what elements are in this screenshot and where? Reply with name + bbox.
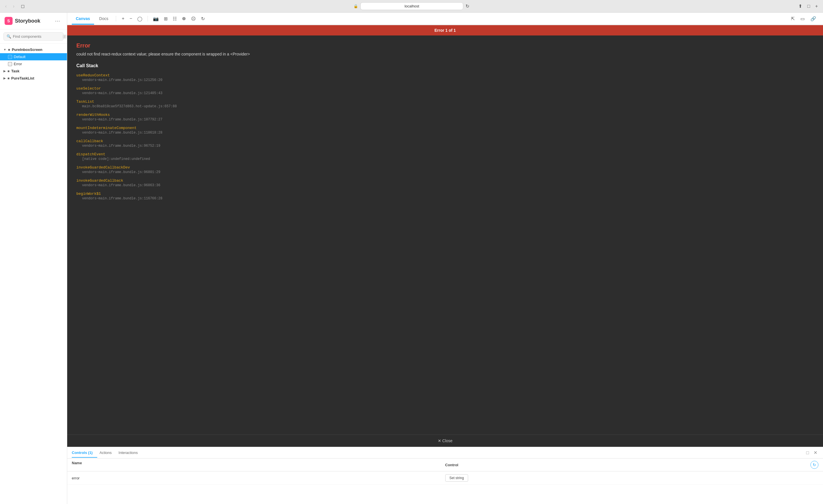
stack-frame-8: invokeGuardedCallback vendors~main.ifram… xyxy=(76,178,814,187)
split-view-button[interactable]: □ xyxy=(806,2,812,10)
toolbar: Canvas Docs + − ◯ 📷 ⊞ ☷ ☸ ☹ ↻ ⇱ ▭ 🔗 xyxy=(67,13,823,25)
stack-loc-5: vendors~main.iframe.bundle.js:96752:19 xyxy=(76,144,814,148)
layout-panel-button[interactable]: ☹ xyxy=(189,14,198,23)
refresh-button[interactable]: ↻ xyxy=(466,3,469,9)
story-icon-error: □ xyxy=(8,62,12,66)
layout-grid-button[interactable]: ⊞ xyxy=(162,14,170,23)
sidebar-item-pureinboxscreen[interactable]: ▼ ■ PureInboxScreen xyxy=(0,46,67,53)
back-button[interactable]: ‹ xyxy=(3,3,8,10)
stack-fn-5: callCallback xyxy=(76,139,103,143)
copy-link-button[interactable]: 🔗 xyxy=(808,14,818,23)
set-string-button[interactable]: Set string xyxy=(445,474,468,482)
stack-loc-1: vendors~main.iframe.bundle.js:121405:43 xyxy=(76,91,814,95)
stack-frame-3: renderWithHooks vendors~main.iframe.bund… xyxy=(76,112,814,122)
stack-fn-0: useReduxContext xyxy=(76,73,110,77)
canvas-area: Error 1 of 1 Error could not find react-… xyxy=(67,25,823,447)
close-error-button[interactable]: ✕ Close xyxy=(438,439,453,443)
url-input[interactable] xyxy=(360,2,463,10)
tree-group-label-ptl: PureTaskList xyxy=(11,76,34,80)
stack-loc-6: [native code]:undefined:undefined xyxy=(76,157,814,161)
tab-overview-button[interactable]: ◻ xyxy=(19,2,26,10)
stack-fn-3: renderWithHooks xyxy=(76,113,110,117)
add-tab-button[interactable]: + xyxy=(814,2,820,10)
controls-header: Name Control ↻ xyxy=(67,459,823,471)
stack-frame-9: beginWork$1 vendors~main.iframe.bundle.j… xyxy=(76,191,814,200)
bottom-tabs: Controls (1) Actions Interactions □ ✕ xyxy=(67,447,823,459)
zoom-reset-button[interactable]: ◯ xyxy=(135,14,145,23)
stack-loc-7: vendors~main.iframe.bundle.js:96801:29 xyxy=(76,170,814,174)
tab-actions[interactable]: Actions xyxy=(100,448,116,458)
sidebar-item-task[interactable]: ▶ ■ Task xyxy=(0,67,67,75)
story-icon-default: □ xyxy=(8,55,12,59)
close-panel-button[interactable]: ✕ xyxy=(812,449,818,456)
search-container: 🔍 / xyxy=(0,29,67,44)
stack-frame-7: invokeGuardedCallbackDev vendors~main.if… xyxy=(76,164,814,174)
tab-canvas[interactable]: Canvas xyxy=(72,13,94,25)
search-input[interactable] xyxy=(13,34,61,39)
refresh-story-button[interactable]: ↻ xyxy=(199,14,207,23)
tab-interactions[interactable]: Interactions xyxy=(119,448,142,458)
expand-icon-ptl: ▶ xyxy=(3,77,6,80)
stack-loc-8: vendors~main.iframe.bundle.js:96863:36 xyxy=(76,183,814,187)
address-bar: 🔒 ↻ xyxy=(29,2,794,10)
security-icon: 🔒 xyxy=(353,4,358,8)
expand-icon-task: ▶ xyxy=(3,69,6,73)
sidebar-item-default[interactable]: □ Default xyxy=(0,53,67,60)
stack-loc-4: vendors~main.iframe.bundle.js:110618:28 xyxy=(76,131,814,135)
sidebar: S Storybook ⋯ 🔍 / ▼ ■ PureInboxScreen □ … xyxy=(0,13,67,504)
layout-list-button[interactable]: ☷ xyxy=(170,14,179,23)
stack-fn-2: TaskList xyxy=(76,100,94,104)
sidebar-item-puretasklist[interactable]: ▶ ■ PureTaskList xyxy=(0,75,67,82)
toolbar-divider-2 xyxy=(148,16,148,21)
control-column-header: Control xyxy=(445,463,458,467)
toolbar-divider-1 xyxy=(116,16,116,21)
toolbar-icons: + − ◯ 📷 ⊞ ☷ ☸ ☹ ↻ xyxy=(120,14,207,23)
canvas-flex: Error 1 of 1 Error could not find react-… xyxy=(67,25,823,447)
story-label-default: Default xyxy=(14,55,25,59)
stack-fn-9: beginWork$1 xyxy=(76,192,101,196)
stack-frame-4: mountIndeterminateComponent vendors~main… xyxy=(76,125,814,135)
close-bar: ✕ Close xyxy=(67,435,823,447)
control-cell-error: Set string xyxy=(445,474,819,482)
sidebar-item-error[interactable]: □ Error xyxy=(0,60,67,67)
tab-docs[interactable]: Docs xyxy=(95,13,112,25)
sidebar-logo: S Storybook xyxy=(5,17,40,25)
tab-controls[interactable]: Controls (1) xyxy=(72,448,97,458)
expand-icon: ▼ xyxy=(3,48,6,51)
layout-frame-button[interactable]: 📷 xyxy=(151,14,161,23)
error-title: Error xyxy=(76,42,814,49)
sidebar-header: S Storybook ⋯ xyxy=(0,13,67,29)
stack-loc-2: main.bc8ba810cae5f327d863.hot-update.js:… xyxy=(76,105,814,109)
share-button[interactable]: ⬆ xyxy=(797,2,804,10)
layout-side-button[interactable]: ☸ xyxy=(180,14,188,23)
browser-actions: ⬆ □ + xyxy=(797,2,820,10)
stack-loc-0: vendors~main.iframe.bundle.js:121256:20 xyxy=(76,78,814,82)
group-dot-icon-ptl: ■ xyxy=(7,76,9,80)
split-panel-button[interactable]: □ xyxy=(805,449,810,456)
stack-frame-0: useReduxContext vendors~main.iframe.bund… xyxy=(76,72,814,82)
error-message: could not find react-redux context value… xyxy=(76,52,814,56)
stack-fn-8: invokeGuardedCallback xyxy=(76,178,123,183)
search-icon: 🔍 xyxy=(7,34,11,39)
call-stack-title: Call Stack xyxy=(76,63,814,68)
forward-button[interactable]: › xyxy=(11,3,16,10)
stack-frame-1: useSelector vendors~main.iframe.bundle.j… xyxy=(76,86,814,95)
reset-controls-button[interactable]: ↻ xyxy=(810,461,818,469)
story-label-error: Error xyxy=(14,62,22,66)
stack-fn-6: dispatchEvent xyxy=(76,152,105,156)
zoom-in-button[interactable]: + xyxy=(120,14,127,23)
stack-frame-2: TaskList main.bc8ba810cae5f327d863.hot-u… xyxy=(76,99,814,109)
zoom-out-button[interactable]: − xyxy=(127,14,134,23)
main-content: Canvas Docs + − ◯ 📷 ⊞ ☷ ☸ ☹ ↻ ⇱ ▭ 🔗 xyxy=(67,13,823,504)
fullscreen-button[interactable]: ⇱ xyxy=(789,14,797,23)
bottom-tab-action-buttons: □ ✕ xyxy=(805,449,818,456)
group-dot-icon-task: ■ xyxy=(7,69,9,73)
table-row: error Set string xyxy=(67,471,823,485)
toolbar-right-icons: ⇱ ▭ 🔗 xyxy=(789,14,818,23)
controls-table: Name Control ↻ error Set string xyxy=(67,459,823,504)
control-name-error: error xyxy=(72,476,445,480)
storybook-logo-icon: S xyxy=(5,17,13,25)
sidebar-menu-button[interactable]: ⋯ xyxy=(53,17,62,25)
tree-group-label: PureInboxScreen xyxy=(12,47,42,52)
open-new-tab-button[interactable]: ▭ xyxy=(798,14,807,23)
